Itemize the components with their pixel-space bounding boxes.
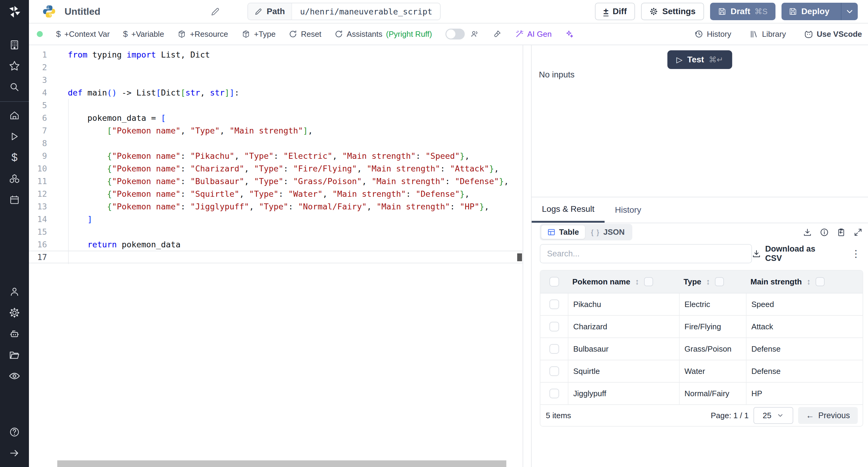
table-cell: Jigglypuff — [568, 383, 679, 404]
sort-icon[interactable]: ↕ — [807, 277, 811, 286]
view-json-button[interactable]: { } JSON — [585, 225, 631, 239]
variables-dollar-icon[interactable]: $ — [8, 152, 21, 164]
code-line-6[interactable]: 6 pokemon_data = [ — [29, 112, 523, 124]
row-checkbox[interactable] — [550, 300, 559, 309]
multiplayer-users-icon[interactable] — [470, 30, 479, 38]
code-line-9[interactable]: 9 {"Pokemon name": "Pikachu", "Type": "E… — [29, 150, 523, 162]
dollar-icon: $ — [123, 30, 128, 38]
code-line-7[interactable]: 7 ["Pokemon name", "Type", "Main strengt… — [29, 124, 523, 137]
code-line-15[interactable]: 15 — [29, 225, 523, 238]
table-row[interactable]: BulbasaurGrass/PoisonDefense — [540, 338, 863, 360]
windmill-logo[interactable] — [0, 0, 29, 24]
edit-title-pencil-icon[interactable] — [211, 7, 220, 16]
settings-gear-icon[interactable] — [8, 307, 21, 319]
add-context-var-button[interactable]: $+Context Var — [56, 30, 110, 39]
code-line-1[interactable]: 1from typing import List, Dict — [29, 48, 523, 61]
row-checkbox[interactable] — [550, 322, 559, 332]
add-type-button[interactable]: +Type — [241, 30, 276, 39]
tab-history[interactable]: History — [604, 197, 651, 223]
table-row[interactable]: SquirtleWaterDefense — [540, 360, 863, 383]
row-checkbox[interactable] — [550, 389, 559, 398]
copy-result-icon[interactable] — [837, 228, 846, 237]
sort-icon[interactable]: ↕ — [706, 277, 710, 286]
view-table-button[interactable]: Table — [541, 225, 585, 239]
code-line-8[interactable]: 8 — [29, 137, 523, 150]
code-line-11[interactable]: 11 {"Pokemon name": "Bulbasaur", "Type":… — [29, 175, 523, 187]
reset-button[interactable]: Reset — [289, 30, 321, 39]
workers-robot-icon[interactable] — [8, 328, 21, 340]
table-row[interactable]: CharizardFire/FlyingAttack — [540, 316, 863, 338]
home-icon[interactable] — [8, 110, 21, 121]
code-line-4[interactable]: 4def main() -> List[Dict[str, str]]: — [29, 86, 523, 99]
page-size-select[interactable]: 25 — [753, 407, 793, 424]
previous-page-button[interactable]: ← Previous — [798, 407, 858, 424]
row-checkbox[interactable] — [550, 366, 559, 376]
multiplayer-toggle[interactable] — [445, 29, 465, 39]
path-label: Path — [248, 3, 292, 20]
assistants-button[interactable]: Assistants (Pyright Ruff) — [335, 30, 432, 39]
code-line-14[interactable]: 14 ] — [29, 213, 523, 225]
code-line-16[interactable]: 16 return pokemon_data — [29, 238, 523, 251]
draft-button[interactable]: Draft ⌘S — [710, 3, 775, 20]
download-icon[interactable] — [803, 228, 812, 237]
vscode-button[interactable]: Use VScode — [804, 30, 862, 39]
code-line-10[interactable]: 10 {"Pokemon name": "Charizard", "Type":… — [29, 162, 523, 175]
sparkles-icon[interactable] — [565, 30, 574, 38]
column-toggle[interactable] — [715, 277, 724, 286]
code-line-5[interactable]: 5 — [29, 99, 523, 112]
line-number: 6 — [29, 113, 47, 123]
draft-shortcut: ⌘S — [754, 7, 767, 16]
users-person-icon[interactable] — [8, 286, 21, 298]
deploy-button[interactable]: Deploy — [781, 3, 858, 20]
tab-logs-result[interactable]: Logs & Result — [532, 197, 604, 223]
add-variable-button[interactable]: $+Variable — [123, 30, 164, 39]
workspace-building-icon[interactable] — [8, 39, 21, 51]
table-options-kebab-icon[interactable]: ⋮ — [851, 249, 861, 258]
code-line-2[interactable]: 2 — [29, 61, 523, 73]
column-toggle[interactable] — [815, 277, 825, 286]
code-line-13[interactable]: 13 {"Pokemon name": "Jigglypuff", "Type"… — [29, 200, 523, 213]
schedules-calendar-icon[interactable] — [8, 194, 21, 206]
format-brush-icon[interactable] — [493, 30, 501, 38]
collapse-sidebar-arrow-icon[interactable] — [8, 447, 21, 459]
select-all-checkbox[interactable] — [550, 277, 559, 286]
settings-button[interactable]: Settings — [641, 3, 704, 20]
sort-icon[interactable]: ↕ — [635, 277, 639, 286]
favorites-star-icon[interactable] — [8, 60, 21, 72]
line-number: 11 — [29, 177, 47, 186]
code-line-17[interactable]: 17 — [29, 251, 523, 263]
resources-cubes-icon[interactable] — [8, 173, 21, 185]
search-icon[interactable] — [8, 81, 21, 93]
code-line-3[interactable]: 3 — [29, 73, 523, 86]
top-header: Untitled Path u/henri/maneuverable_scrip… — [29, 0, 868, 24]
runs-play-icon[interactable] — [8, 130, 21, 143]
test-button[interactable]: ▷ Test ⌘↵ — [667, 50, 732, 69]
library-button[interactable]: Library — [749, 30, 786, 39]
path-value[interactable]: u/henri/maneuverable_script — [292, 3, 440, 20]
download-csv-button[interactable]: Download as CSV — [752, 244, 834, 263]
code-editor[interactable]: 1from typing import List, Dict234def mai… — [29, 45, 523, 467]
editor-horizontal-scrollbar[interactable] — [57, 460, 506, 467]
audit-eye-icon[interactable] — [8, 370, 21, 382]
help-icon[interactable] — [8, 426, 21, 438]
table-cell: Fire/Flying — [679, 316, 746, 337]
ai-gen-button[interactable]: AI Gen — [515, 30, 552, 39]
path-field[interactable]: Path u/henri/maneuverable_script — [247, 3, 441, 20]
panel-resize-gutter[interactable] — [523, 45, 531, 467]
package-icon — [177, 30, 186, 38]
folders-icon[interactable] — [8, 349, 21, 361]
table-row[interactable]: PikachuElectricSpeed — [540, 293, 863, 316]
history-button[interactable]: History — [694, 30, 731, 39]
table-row[interactable]: JigglypuffNormal/FairyHP — [540, 383, 863, 405]
info-icon[interactable] — [820, 228, 829, 237]
code-line-12[interactable]: 12 {"Pokemon name": "Squirtle", "Type": … — [29, 187, 523, 200]
column-toggle[interactable] — [644, 277, 653, 286]
row-checkbox[interactable] — [550, 344, 559, 354]
add-resource-button[interactable]: +Resource — [177, 30, 228, 39]
expand-icon[interactable] — [854, 228, 863, 237]
column-header-main-strength: Main strength — [750, 277, 802, 286]
diff-icon: ± — [603, 7, 608, 16]
diff-button[interactable]: ± Diff — [595, 3, 635, 20]
deploy-dropdown-chevron[interactable] — [841, 3, 858, 20]
result-search-input[interactable] — [540, 244, 752, 263]
